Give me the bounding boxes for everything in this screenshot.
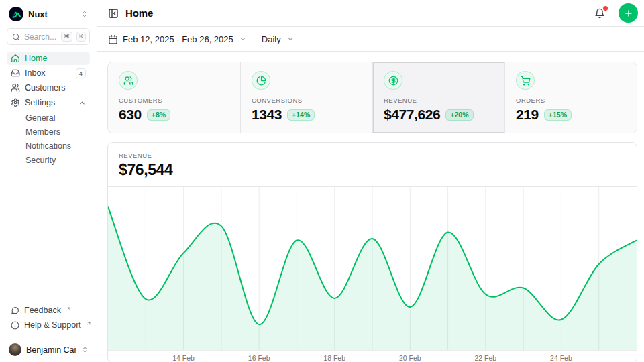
nuxt-logo-icon	[9, 7, 23, 21]
chevrons-up-down-icon	[80, 10, 89, 18]
dashboard-content: CUSTOMERS 630 +8% CONVERSIONS 1343 +14%	[97, 52, 644, 362]
stat-card-conversions[interactable]: CONVERSIONS 1343 +14%	[240, 62, 372, 133]
stat-label: CUSTOMERS	[119, 97, 229, 104]
x-tick-label: 18 Feb	[323, 354, 345, 362]
sidebar-item-settings[interactable]: Settings	[7, 96, 90, 109]
stat-delta-badge: +8%	[147, 109, 170, 121]
info-circle-icon	[11, 321, 19, 330]
sidebar-footer-links: Feedback Help & Support	[0, 304, 97, 337]
stat-label: CONVERSIONS	[252, 97, 362, 104]
plus-icon	[624, 9, 633, 18]
sidebar-item-customers[interactable]: Customers	[7, 81, 90, 95]
x-tick-label: 20 Feb	[399, 354, 421, 362]
user-avatar	[9, 343, 21, 356]
search-icon	[12, 33, 20, 41]
subitem-label: Security	[25, 156, 56, 165]
search-input[interactable]: Search... ⌘ K	[7, 28, 90, 45]
stat-card-customers[interactable]: CUSTOMERS 630 +8%	[108, 62, 240, 133]
date-range-picker[interactable]: Feb 12, 2025 - Feb 26, 2025	[108, 34, 247, 44]
stats-group: CUSTOMERS 630 +8% CONVERSIONS 1343 +14%	[107, 62, 637, 133]
x-tick-label: 14 Feb	[172, 354, 195, 362]
x-tick-label: 22 Feb	[474, 354, 496, 362]
workspace-name: Nuxt	[28, 9, 76, 19]
feedback-link[interactable]: Feedback	[7, 304, 90, 317]
sidebar-item-label: Home	[25, 54, 47, 63]
sidebar-subitem-general[interactable]: General	[25, 111, 90, 125]
subitem-label: General	[25, 113, 55, 123]
granularity-select[interactable]: Daily	[262, 34, 294, 44]
kbd-meta: ⌘	[61, 32, 72, 42]
cart-icon	[516, 71, 535, 90]
chevron-up-icon	[78, 99, 86, 107]
x-tick-label: 16 Feb	[248, 354, 270, 362]
sidebar-subitem-security[interactable]: Security	[25, 153, 90, 167]
pie-chart-icon	[252, 71, 270, 90]
subitem-label: Members	[25, 127, 60, 137]
footer-link-label: Help & Support	[24, 320, 81, 330]
chart-plot-area[interactable]	[108, 186, 637, 351]
stat-value: 630	[119, 107, 142, 123]
external-link-icon	[66, 306, 71, 311]
chevrons-up-down-icon	[81, 346, 89, 353]
stat-label: ORDERS	[516, 97, 626, 104]
add-button[interactable]	[619, 3, 638, 23]
user-name: Benjamin Canac	[26, 345, 76, 355]
stat-label: REVENUE	[384, 97, 494, 104]
x-tick-label: 24 Feb	[550, 354, 572, 362]
sidebar-subitem-notifications[interactable]: Notifications	[25, 139, 90, 153]
inbox-icon	[11, 68, 20, 78]
stat-card-orders[interactable]: ORDERS 219 +15%	[504, 62, 637, 133]
notifications-button[interactable]	[592, 5, 608, 21]
settings-subnav: General Members Notifications Security	[17, 111, 90, 167]
revenue-chart-card: REVENUE $76,544 14 Feb16 Feb18 Feb20 Feb…	[107, 142, 637, 362]
stat-card-revenue[interactable]: REVENUE $477,626 +20%	[372, 62, 504, 133]
filter-toolbar: Feb 12, 2025 - Feb 26, 2025 Daily	[97, 27, 644, 52]
external-link-icon	[87, 321, 91, 326]
kbd-k: K	[76, 32, 86, 42]
home-icon	[11, 54, 20, 63]
sidebar-item-label: Inbox	[25, 68, 46, 78]
date-range-value: Feb 12, 2025 - Feb 26, 2025	[123, 34, 233, 44]
sidebar-item-label: Customers	[25, 83, 65, 93]
sidebar-nav: Home Inbox 4 Customers Settings Ge	[0, 52, 97, 168]
stat-value: $477,626	[384, 107, 440, 123]
users-icon	[11, 83, 20, 93]
dollar-circle-icon	[384, 71, 402, 90]
sidebar-item-inbox[interactable]: Inbox 4	[7, 66, 90, 80]
subitem-label: Notifications	[25, 141, 71, 151]
user-menu[interactable]: Benjamin Canac	[0, 337, 97, 362]
gear-icon	[11, 98, 20, 107]
chart-metric-label: REVENUE	[119, 152, 626, 159]
stat-value: 1343	[252, 107, 282, 123]
chevron-down-icon	[239, 35, 247, 43]
notification-dot	[603, 6, 608, 11]
chart-header: REVENUE $76,544	[108, 143, 637, 186]
page-title: Home	[125, 7, 153, 19]
inbox-count-badge: 4	[76, 68, 86, 78]
sidebar-item-label: Settings	[25, 98, 55, 107]
sidebar: Nuxt Search... ⌘ K Home Inbox 4	[0, 0, 97, 362]
users-icon	[119, 71, 138, 90]
sidebar-item-home[interactable]: Home	[7, 52, 90, 65]
stat-delta-badge: +15%	[544, 109, 572, 121]
footer-link-label: Feedback	[24, 306, 61, 315]
sidebar-collapse-button[interactable]	[108, 8, 119, 19]
granularity-value: Daily	[262, 34, 281, 44]
help-support-link[interactable]: Help & Support	[7, 318, 90, 332]
main-area: Home Feb 12, 2025 - Feb 26, 2025 Daily	[97, 0, 644, 362]
search-placeholder: Search...	[24, 32, 57, 42]
calendar-icon	[108, 34, 118, 44]
chart-metric-total: $76,544	[119, 161, 626, 179]
sidebar-subitem-members[interactable]: Members	[25, 125, 90, 139]
revenue-area-chart	[108, 187, 637, 350]
chevron-down-icon	[286, 35, 294, 43]
workspace-switcher[interactable]: Nuxt	[0, 0, 97, 27]
chat-bubble-icon	[11, 306, 19, 315]
stat-delta-badge: +14%	[287, 109, 315, 121]
sidebar-spacer	[0, 168, 97, 304]
stat-value: 219	[516, 107, 539, 123]
page-header: Home	[97, 0, 644, 27]
chart-x-axis: 14 Feb16 Feb18 Feb20 Feb22 Feb24 Feb	[108, 351, 637, 362]
stat-delta-badge: +20%	[445, 109, 473, 121]
